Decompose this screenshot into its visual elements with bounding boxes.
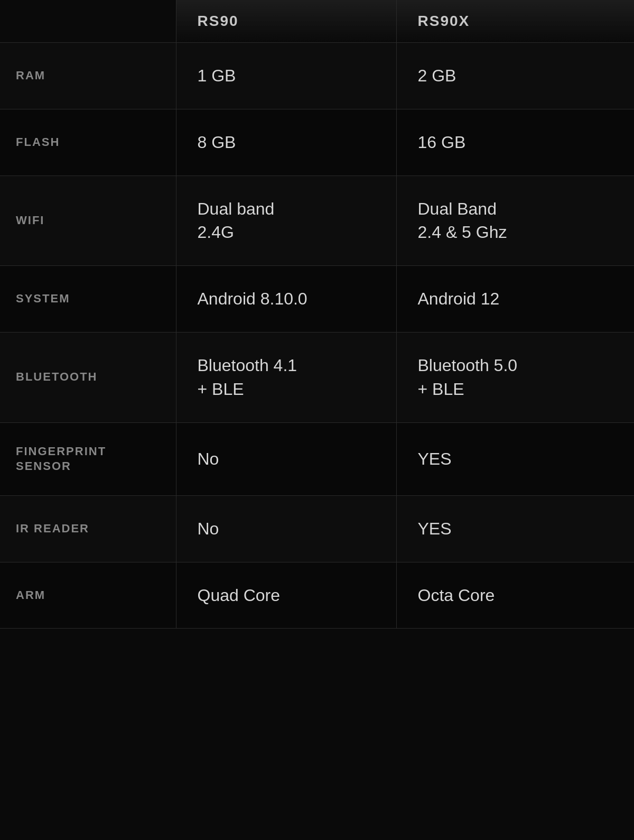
header-feature-col [0, 0, 176, 43]
rs90-value-4: Bluetooth 4.1+ BLE [176, 332, 396, 422]
header-row: RS90 RS90X [0, 0, 634, 43]
rs90x-value-text: YES [418, 449, 452, 468]
rs90x-value-3: Android 12 [396, 266, 634, 333]
rs90-value-0: 1 GB [176, 43, 396, 109]
rs90x-value-4: Bluetooth 5.0+ BLE [396, 332, 634, 422]
feature-text: FLASH [16, 135, 60, 149]
feature-text: BLUETOOTH [16, 370, 97, 383]
feature-label-4: BLUETOOTH [0, 332, 176, 422]
feature-text: WIFI [16, 214, 44, 227]
rs90-value-3: Android 8.10.0 [176, 266, 396, 333]
rs90x-value-1: 16 GB [396, 109, 634, 176]
rs90x-value-text: 2 GB [418, 66, 456, 85]
feature-text: ARM [16, 588, 45, 602]
rs90-value-5: No [176, 422, 396, 495]
rs90x-value-text: YES [418, 519, 452, 538]
feature-label-7: ARM [0, 562, 176, 629]
rs90x-value-2: Dual Band2.4 & 5 Ghz [396, 176, 634, 266]
table-row: FINGERPRINTSENSORNoYES [0, 422, 634, 495]
header-rs90x-col: RS90X [396, 0, 634, 43]
rs90x-value-text: Octa Core [418, 586, 495, 605]
rs90-value-text: 8 GB [198, 133, 236, 152]
rs90-value-text: Dual band2.4G [198, 199, 275, 242]
table-row: BLUETOOTHBluetooth 4.1+ BLEBluetooth 5.0… [0, 332, 634, 422]
table-row: WIFIDual band2.4GDual Band2.4 & 5 Ghz [0, 176, 634, 266]
feature-label-6: IR READER [0, 495, 176, 562]
table-row: RAM1 GB2 GB [0, 43, 634, 109]
rs90x-header-label: RS90X [418, 13, 470, 29]
rs90x-value-text: 16 GB [418, 133, 466, 152]
rs90x-value-text: Bluetooth 5.0+ BLE [418, 356, 518, 399]
rs90x-value-text: Dual Band2.4 & 5 Ghz [418, 199, 507, 242]
rs90-value-text: Bluetooth 4.1+ BLE [198, 356, 297, 399]
rs90-value-text: No [198, 519, 219, 538]
rs90-value-7: Quad Core [176, 562, 396, 629]
table-row: ARMQuad CoreOcta Core [0, 562, 634, 629]
rs90-value-text: Quad Core [198, 586, 281, 605]
rs90x-value-text: Android 12 [418, 289, 500, 308]
rs90x-value-6: YES [396, 495, 634, 562]
rs90-value-text: No [198, 449, 219, 468]
feature-label-1: FLASH [0, 109, 176, 176]
rs90-value-text: Android 8.10.0 [198, 289, 307, 308]
table-row: SYSTEMAndroid 8.10.0Android 12 [0, 266, 634, 333]
rs90-value-1: 8 GB [176, 109, 396, 176]
feature-label-5: FINGERPRINTSENSOR [0, 422, 176, 495]
rs90-value-text: 1 GB [198, 66, 236, 85]
rs90-header-label: RS90 [198, 13, 239, 29]
rs90x-value-5: YES [396, 422, 634, 495]
feature-label-0: RAM [0, 43, 176, 109]
rs90-value-2: Dual band2.4G [176, 176, 396, 266]
feature-text: RAM [16, 69, 45, 82]
rs90x-value-7: Octa Core [396, 562, 634, 629]
feature-text: IR READER [16, 522, 89, 535]
rs90x-value-0: 2 GB [396, 43, 634, 109]
feature-text: FINGERPRINTSENSOR [16, 445, 106, 473]
feature-label-2: WIFI [0, 176, 176, 266]
comparison-table: RS90 RS90X RAM1 GB2 GBFLASH8 GB16 GBWIFI… [0, 0, 634, 629]
table-row: FLASH8 GB16 GB [0, 109, 634, 176]
header-rs90-col: RS90 [176, 0, 396, 43]
feature-text: SYSTEM [16, 292, 70, 305]
table-row: IR READERNoYES [0, 495, 634, 562]
rs90-value-6: No [176, 495, 396, 562]
feature-label-3: SYSTEM [0, 266, 176, 333]
